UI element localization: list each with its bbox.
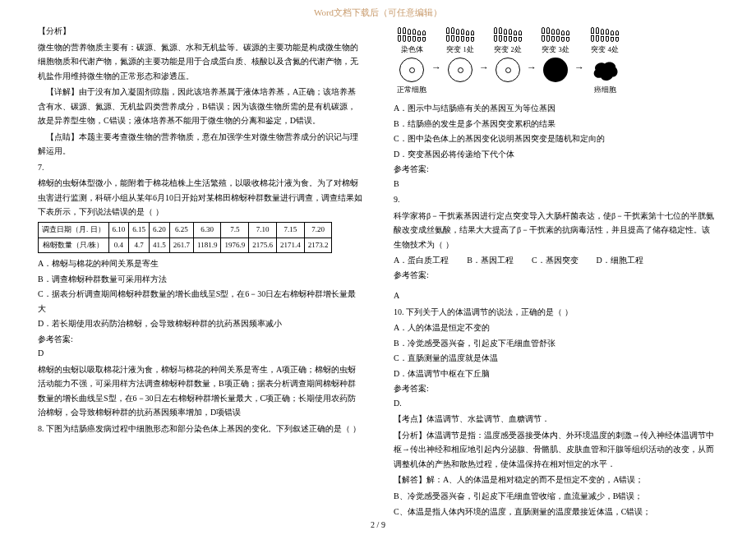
q10-lead: 10. 下列关于人的体温调节的说法，正确的是（ ）: [394, 305, 718, 320]
q7-body: 棉蚜的虫蚜体型微小，能附着于棉花植株上生活繁殖，以吸收棉花汁液为食。为了对棉蚜虫…: [38, 176, 362, 219]
page-header: Word文档下载后（可任意编辑）: [0, 0, 756, 24]
q9-option-c: C．基因突变: [532, 253, 579, 268]
q9-body: 科学家将β－干扰素基因进行定点突变导入大肠杆菌表达，使β－干扰素第十七位的半胱氨…: [394, 209, 718, 252]
table-cell: 2171.4: [276, 238, 304, 253]
q7-option-b: B．调查棉蚜种群数量可采用样方法: [38, 272, 362, 287]
table-cell: 6.30: [194, 222, 221, 238]
q10-point: 【考点】体温调节、水盐调节、血糖调节．: [394, 412, 718, 427]
q7-number: 7.: [38, 160, 362, 175]
table-cell: 7.20: [304, 222, 332, 238]
q8-option-d: D．突变基因必将传递给下代个体: [394, 147, 718, 162]
q9-option-d: D．细胞工程: [597, 253, 643, 268]
q7-data-table: 调查日期（月. 日） 6.10 6.15 6.20 6.25 6.30 7.5 …: [38, 222, 332, 254]
q9-number: 9.: [394, 192, 718, 207]
two-column-layout: 【分析】 微生物的营养物质主要有：碳源、氮源、水和无机盐等。碳源的主要功能是构成…: [0, 24, 756, 520]
fig-m1-label: 突变 1处: [446, 44, 473, 56]
q9-answer-label: 参考答案:: [394, 268, 718, 283]
q7-answer: D: [38, 346, 362, 361]
table-cell: 261.7: [169, 238, 193, 253]
q8-lead: 8. 下图为结肠癌发病过程中细胞形态和部分染色体上基因的变化。下列叙述正确的是（…: [38, 422, 362, 436]
table-cell: 2173.2: [304, 238, 332, 253]
detail-text: 【详解】由于没有加入凝固剂琼脂，因此该培养基属于液体培养基，A正确；该培养基含有…: [38, 85, 362, 128]
q10-option-a: A．人的体温是恒定不变的: [394, 321, 718, 335]
page-footer: 2 / 9: [0, 518, 756, 533]
table-cell: 6.15: [129, 222, 150, 238]
table-cell: 0.4: [108, 238, 129, 253]
arrow-icon: →: [431, 44, 441, 76]
fig-m3-label: 突变 3处: [542, 44, 569, 56]
q10-option-c: C．直肠测量的温度就是体温: [394, 351, 718, 366]
fig-cancer-cell-icon: [589, 58, 620, 82]
table-cell: 6.20: [150, 222, 170, 238]
q10-answer: D.: [394, 396, 718, 411]
point-text: 【点睛】本题主要考查微生物的营养物质，意在加强学生对微生物营养成分的识记与理解运…: [38, 130, 362, 159]
q7-answer-label: 参考答案:: [38, 332, 362, 347]
table-cell: 6.10: [108, 222, 129, 238]
q8-option-b: B．结肠癌的发生是多个基因突变累积的结果: [394, 117, 718, 131]
arrow-icon: →: [574, 44, 584, 76]
fig-m4-label: 突变 4处: [591, 44, 618, 56]
q8-option-a: A．图示中与结肠癌有关的基因互为等位基因: [394, 101, 718, 116]
table-cell: 7.15: [276, 222, 304, 238]
q9-options-row: A．蛋白质工程 B．基因工程 C．基因突变 D．细胞工程: [394, 253, 718, 268]
fig-cancer-label: 癌细胞: [594, 84, 616, 96]
fig-cell-icon: [496, 58, 520, 82]
table-cell: 1976.9: [221, 238, 249, 253]
fig-cell-icon: [448, 58, 472, 82]
fig-mutation-3: 突变 3处: [542, 24, 569, 82]
table-cell: 4.7: [129, 238, 150, 253]
table-cell: 41.5: [150, 238, 170, 253]
fig-m2-label: 突变 2处: [494, 44, 521, 56]
q10-explain-b: B、冷觉感受器兴奋，引起皮下毛细血管收缩，血流量减少，B错误；: [394, 489, 718, 504]
fig-chromosome-normal: 染色体 正常细胞: [397, 24, 426, 96]
arrow-icon: →: [479, 44, 489, 76]
table-cell: 6.25: [169, 222, 193, 238]
column-right: 染色体 正常细胞 → 突变 1处 → 突变 2处 → 突变 3处: [394, 24, 718, 520]
fig-mutation-2: 突变 2处: [494, 24, 522, 82]
column-left: 【分析】 微生物的营养物质主要有：碳源、氮源、水和无机盐等。碳源的主要功能是构成…: [38, 24, 362, 520]
q8-option-c: C．图中染色体上的基因变化说明基因突变是随机和定向的: [394, 131, 718, 146]
q10-analysis: 【分析】体温调节是指：温度感受器接受体内、外环境温度的刺激→传入神经体温调节中枢…: [394, 428, 718, 472]
fig-mutation-4: 突变 4处 癌细胞: [589, 24, 620, 96]
q10-option-b: B．冷觉感受器兴奋，引起皮下毛细血管舒张: [394, 336, 718, 351]
q8-answer: B: [394, 177, 718, 191]
table-cell: 7.10: [249, 222, 277, 238]
analysis-heading: 【分析】: [38, 24, 362, 39]
q10-explain-label: 【解答】解：A、人的体温是相对稳定的而不是恒定不变的，A错误；: [394, 473, 718, 487]
table-cell: 2175.6: [249, 238, 277, 253]
q7-option-a: A．棉蚜与棉花的种间关系是寄生: [38, 256, 362, 271]
fig-normal-label: 正常细胞: [397, 84, 426, 96]
q9-answer: A: [394, 288, 718, 303]
fig-cell-dark-icon: [543, 58, 568, 82]
arrow-icon: →: [527, 44, 537, 76]
q10-answer-label: 参考答案:: [394, 381, 718, 396]
table-cell: 7.5: [221, 222, 249, 238]
q8-figure: 染色体 正常细胞 → 突变 1处 → 突变 2处 → 突变 3处: [394, 24, 718, 96]
q7-option-d: D．若长期使用农药防治棉蚜，会导致棉蚜种群的抗药基因频率减小: [38, 316, 362, 331]
fig-chrom-label: 染色体: [401, 44, 423, 56]
q7-option-c: C．据表分析调查期间棉蚜种群数量的增长曲线呈S型，在6－30日左右棉蚜种群增长量…: [38, 287, 362, 316]
fig-mutation-1: 突变 1处: [446, 24, 474, 82]
q8-answer-label: 参考答案:: [394, 162, 718, 177]
table-row: 调查日期（月. 日） 6.10 6.15 6.20 6.25 6.30 7.5 …: [39, 222, 332, 238]
q7-explanation: 棉蚜的虫蚜以吸取棉花汁液为食，棉蚜与棉花的种间关系是寄生，A项正确；棉蚜的虫蚜活…: [38, 362, 362, 420]
analysis-text: 微生物的营养物质主要有：碳源、氮源、水和无机盐等。碳源的主要功能是构成微生物的细…: [38, 40, 362, 84]
q9-option-b: B．基因工程: [467, 253, 514, 268]
fig-normal-cell-icon: [399, 58, 424, 82]
q9-option-a: A．蛋白质工程: [394, 253, 449, 268]
q10-option-d: D．体温调节中枢在下丘脑: [394, 367, 718, 381]
table-row: 棉蚜数量（只/株） 0.4 4.7 41.5 261.7 1181.9 1976…: [39, 238, 332, 253]
table-cell: 1181.9: [194, 238, 221, 253]
row-label: 棉蚜数量（只/株）: [39, 238, 109, 253]
row-label: 调查日期（月. 日）: [39, 222, 109, 238]
